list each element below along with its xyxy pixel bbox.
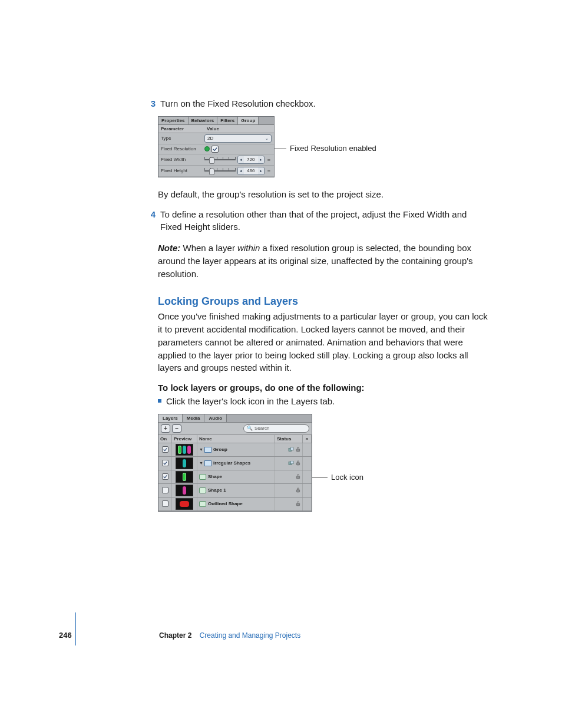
lock-icon[interactable] xyxy=(296,501,300,506)
inspector-header: Parameter Value xyxy=(158,125,274,133)
lock-icon[interactable] xyxy=(296,487,300,493)
layer-row-shape-1[interactable]: Shape 1 xyxy=(158,484,312,498)
lock-icon[interactable] xyxy=(296,474,300,479)
visibility-checkbox[interactable] xyxy=(162,500,168,507)
chapter-footer: Chapter 2 Creating and Managing Projects xyxy=(159,631,300,640)
stepper-left-icon[interactable]: ◂ xyxy=(238,156,244,163)
tab-group[interactable]: Group xyxy=(238,117,259,124)
type-value: 2D xyxy=(207,136,213,141)
tab-filters[interactable]: Filters xyxy=(217,117,238,124)
disclosure-triangle-icon[interactable]: ▼ xyxy=(199,447,203,452)
header-expand[interactable]: » xyxy=(303,435,312,443)
slider-knob-icon[interactable] xyxy=(209,169,214,175)
slider-knob-icon[interactable] xyxy=(209,157,214,164)
blend-icon[interactable] xyxy=(288,461,294,466)
layer-row-irregular-shapes[interactable]: ▼Irregular Shapes xyxy=(158,457,312,470)
fixed-resolution-label: Fixed Resolution xyxy=(158,146,204,151)
tab-media[interactable]: Media xyxy=(183,414,205,422)
checkmark-icon xyxy=(213,147,217,151)
type-dropdown[interactable]: 2D ⌄ xyxy=(204,134,272,143)
tab-layers[interactable]: Layers xyxy=(158,414,183,422)
fixed-width-slider[interactable] xyxy=(204,157,236,163)
layer-name: Outlined Shape xyxy=(208,501,243,506)
row-type: Type 2D ⌄ xyxy=(158,133,274,144)
layers-panel: Layers Media Audio + – 🔍 Search On Previ… xyxy=(158,414,312,512)
disclosure-triangle-icon[interactable]: ▼ xyxy=(199,461,203,465)
search-icon: 🔍 xyxy=(247,426,253,431)
svg-rect-5 xyxy=(296,463,299,465)
bullet-text: Click the layer's lock icon in the Layer… xyxy=(166,395,335,408)
equals-icon: = xyxy=(266,157,272,163)
search-input[interactable]: 🔍 Search xyxy=(243,424,309,433)
callout-fixed-resolution: Fixed Resolution enabled xyxy=(290,144,376,153)
step-4: 4 To define a resolution other than that… xyxy=(158,208,488,234)
layer-row-group[interactable]: ▼Group xyxy=(158,443,312,457)
visibility-checkbox[interactable] xyxy=(162,446,168,453)
add-button[interactable]: + xyxy=(161,424,170,433)
blend-icon[interactable] xyxy=(288,447,294,452)
fixed-height-slider[interactable] xyxy=(204,168,236,174)
visibility-checkbox[interactable] xyxy=(162,473,168,480)
stepper-left-icon[interactable]: ◂ xyxy=(238,167,244,174)
step-3-body: By default, the group's resolution is se… xyxy=(158,188,488,201)
layers-tabs: Layers Media Audio xyxy=(158,414,312,423)
layer-row-shape[interactable]: Shape xyxy=(158,470,312,484)
keyframe-dot-icon[interactable] xyxy=(204,146,210,151)
row-fixed-resolution: Fixed Resolution xyxy=(158,144,274,154)
layer-name: Shape 1 xyxy=(208,487,226,493)
step-3: 3 Turn on the Fixed Resolution checkbox. xyxy=(158,97,488,110)
figure-inspector: Properties Behaviors Filters Group Param… xyxy=(158,116,488,177)
layers-toolbar: + – 🔍 Search xyxy=(158,423,312,435)
svg-rect-1 xyxy=(290,447,293,450)
tab-behaviors[interactable]: Behaviors xyxy=(189,117,218,124)
fixed-width-value: 720 xyxy=(244,156,258,163)
step-4-text: To define a resolution other than that o… xyxy=(160,208,488,234)
shape-icon xyxy=(199,474,206,480)
fixed-resolution-checkbox[interactable] xyxy=(211,146,219,153)
visibility-checkbox[interactable] xyxy=(162,487,168,493)
layer-row-outlined-shape[interactable]: Outlined Shape xyxy=(158,498,312,511)
chevron-down-icon: ⌄ xyxy=(265,136,269,141)
row-fixed-height: Fixed Height ◂ 486 ▸ = xyxy=(158,166,274,177)
header-name: Name xyxy=(197,435,275,443)
content-column: 3 Turn on the Fixed Resolution checkbox.… xyxy=(158,97,488,512)
header-status: Status xyxy=(275,435,303,443)
fixed-height-label: Fixed Height xyxy=(158,168,204,173)
note-text-1: When a layer xyxy=(183,243,235,253)
page-number: 246 xyxy=(59,631,82,640)
layers-header: On Preview Name Status » xyxy=(158,435,312,443)
fixed-height-value: 486 xyxy=(244,167,258,174)
svg-rect-8 xyxy=(296,503,299,506)
inspector-tabs: Properties Behaviors Filters Group xyxy=(158,117,274,125)
svg-rect-2 xyxy=(296,449,299,452)
shape-icon xyxy=(199,501,206,507)
layer-thumbnail xyxy=(176,498,193,510)
layer-name: Group xyxy=(213,447,227,452)
layer-thumbnail xyxy=(176,485,193,496)
note-paragraph: Note: When a layer within a fixed resolu… xyxy=(158,242,488,280)
lock-icon[interactable] xyxy=(296,447,300,452)
visibility-checkbox[interactable] xyxy=(162,460,168,466)
lock-icon[interactable] xyxy=(296,460,300,466)
remove-button[interactable]: – xyxy=(172,424,181,433)
step-3-text: Turn on the Fixed Resolution checkbox. xyxy=(160,97,316,110)
tab-properties[interactable]: Properties xyxy=(158,117,189,124)
shape-icon xyxy=(199,487,206,493)
row-fixed-width: Fixed Width ◂ 720 ▸ = xyxy=(158,154,274,166)
fixed-width-stepper[interactable]: ◂ 720 ▸ xyxy=(237,156,265,164)
note-label: Note: xyxy=(158,243,180,253)
tab-audio[interactable]: Audio xyxy=(204,414,227,422)
fixed-height-stepper[interactable]: ◂ 486 ▸ xyxy=(237,167,265,175)
stepper-right-icon[interactable]: ▸ xyxy=(258,167,264,174)
callout-line xyxy=(275,116,286,149)
section-heading: Locking Groups and Layers xyxy=(158,295,488,308)
step-3-number: 3 xyxy=(144,97,156,110)
stepper-right-icon[interactable]: ▸ xyxy=(258,156,264,163)
group-icon xyxy=(204,447,211,453)
figure-layers: Layers Media Audio + – 🔍 Search On Previ… xyxy=(158,414,488,512)
page-footer: 246 Chapter 2 Creating and Managing Proj… xyxy=(59,631,489,640)
equals-icon: = xyxy=(266,168,272,174)
search-placeholder: Search xyxy=(254,426,269,431)
header-parameter: Parameter xyxy=(158,125,204,133)
layer-thumbnail xyxy=(176,444,193,456)
